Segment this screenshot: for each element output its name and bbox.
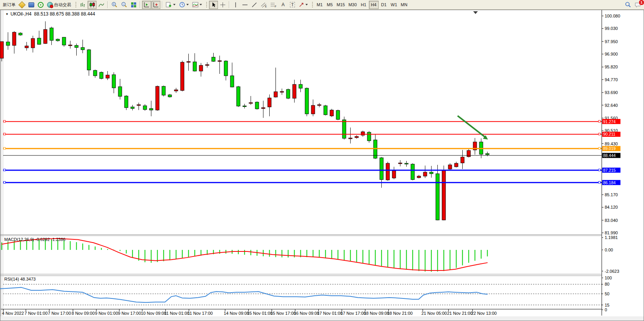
timeframe-h1-button[interactable]: H1 xyxy=(359,1,369,9)
candle-body xyxy=(156,86,159,110)
price-tick-label: 93.690 xyxy=(605,90,618,95)
candle-body xyxy=(249,103,253,103)
market-watch-icon xyxy=(28,2,34,7)
level-anchor-square[interactable] xyxy=(4,120,5,122)
channel-tool-button[interactable]: E xyxy=(259,1,268,9)
timeframe-m30-button[interactable]: M30 xyxy=(347,1,358,9)
candle-body xyxy=(380,158,383,180)
text-label-tool-button[interactable]: T xyxy=(288,1,297,9)
candlestick-icon xyxy=(89,2,95,8)
arrows-tool-button[interactable] xyxy=(297,1,309,9)
zoom-in-button[interactable] xyxy=(110,1,119,9)
search-button[interactable] xyxy=(623,1,633,9)
tile-windows-button[interactable] xyxy=(129,1,138,9)
timeframe-mn-button[interactable]: MN xyxy=(399,1,409,9)
candle-body xyxy=(218,61,221,61)
navigator-button[interactable] xyxy=(36,1,45,9)
candle-body xyxy=(486,154,489,155)
time-axis-label: 14 Nov 09:00 xyxy=(224,311,249,316)
candle-body xyxy=(336,110,340,119)
candle-body xyxy=(0,42,4,58)
bottom-strip xyxy=(0,316,644,321)
candle-body xyxy=(37,38,41,44)
collapse-triangle-icon[interactable]: ▼ xyxy=(5,12,9,16)
profiles-button[interactable] xyxy=(18,1,26,9)
candle-body xyxy=(205,65,209,65)
indicators-button[interactable] xyxy=(191,1,204,9)
navigator-icon xyxy=(38,2,44,8)
chart-shift-button[interactable] xyxy=(151,1,160,9)
new-order-button[interactable]: 新订单 xyxy=(1,1,17,9)
candle-body xyxy=(436,174,439,220)
new-chart-button[interactable] xyxy=(164,1,177,9)
candle-body xyxy=(6,42,10,45)
vertical-line-tool-button[interactable] xyxy=(231,1,240,9)
toolbar-separator xyxy=(140,1,140,8)
candle-body xyxy=(261,108,265,108)
level-anchor-square[interactable] xyxy=(598,120,600,122)
timeframe-h4-button[interactable]: H4 xyxy=(369,1,379,9)
timeframe-m5-button[interactable]: M5 xyxy=(325,1,335,9)
level-anchor-square[interactable] xyxy=(598,181,600,183)
macd-tick-label: 1.1981 xyxy=(605,235,618,240)
auto-scroll-button[interactable] xyxy=(142,1,151,9)
price-axis-chip-label: 86.184 xyxy=(603,180,616,185)
chevron-down-icon xyxy=(200,4,202,5)
candle-body xyxy=(305,88,309,114)
candle-body xyxy=(118,87,122,96)
trendline-tool-button[interactable] xyxy=(250,1,259,9)
level-anchor-square[interactable] xyxy=(598,169,600,171)
candle-body xyxy=(75,45,78,47)
timeframe-m15-button[interactable]: M15 xyxy=(335,1,346,9)
timeframe-m1-button[interactable]: M1 xyxy=(315,1,325,9)
chart-window: 100.08099.03097.95096.90095.82094.77093.… xyxy=(0,10,644,321)
candlestick-mode-button[interactable] xyxy=(88,1,97,9)
rsi-indicator-label: RSI(14) 48.3473 xyxy=(4,277,36,281)
level-anchor-square[interactable] xyxy=(4,169,5,171)
candle-body xyxy=(62,37,66,45)
candle-body xyxy=(318,105,321,105)
cursor-tool-button[interactable] xyxy=(209,1,218,9)
toolbar-separator xyxy=(229,1,230,8)
chevron-down-icon xyxy=(305,4,308,5)
time-axis-label: 16 Nov 09:00 xyxy=(294,311,319,316)
candle-body xyxy=(181,62,184,91)
market-watch-button[interactable] xyxy=(27,1,36,9)
candle-body xyxy=(417,176,421,178)
text-tool-icon: A xyxy=(281,2,284,7)
notifications-button[interactable]: 1 xyxy=(633,1,643,9)
rsi-tick-label: 80 xyxy=(605,282,609,286)
chevron-down-icon xyxy=(186,4,189,5)
rsi-tick-label: 0 xyxy=(605,307,607,312)
candle-body xyxy=(454,163,458,167)
level-anchor-square[interactable] xyxy=(4,181,5,183)
zoom-out-button[interactable] xyxy=(119,1,129,9)
candle-body xyxy=(405,163,408,164)
time-axis-label: 11 Nov 17:00 xyxy=(188,311,213,316)
periods-button[interactable] xyxy=(177,1,190,9)
bar-chart-mode-button[interactable] xyxy=(78,1,87,9)
crosshair-tool-button[interactable] xyxy=(218,1,227,9)
price-tick-label: 99.030 xyxy=(605,26,618,31)
line-chart-mode-button[interactable] xyxy=(97,1,106,9)
chart-canvas[interactable]: 100.08099.03097.95096.90095.82094.77093.… xyxy=(0,10,644,321)
vertical-line-icon xyxy=(233,2,238,8)
level-anchor-square[interactable] xyxy=(598,133,600,135)
level-anchor-square[interactable] xyxy=(598,147,600,149)
level-anchor-square[interactable] xyxy=(4,133,5,135)
time-axis-label: 21 Nov 05:00 xyxy=(421,311,447,316)
price-axis-chip-label: 88.444 xyxy=(603,153,616,158)
level-anchor-square[interactable] xyxy=(4,147,5,149)
candle-body xyxy=(131,107,134,108)
horizontal-line-tool-button[interactable] xyxy=(240,1,249,9)
fibonacci-tool-button[interactable]: F xyxy=(269,1,278,9)
text-tool-button[interactable]: A xyxy=(279,1,288,9)
zoom-in-icon xyxy=(111,2,118,8)
price-tick-label: 81.990 xyxy=(605,230,618,235)
toolbar-grip xyxy=(311,1,313,8)
autotrading-button[interactable]: 自动交易 xyxy=(46,1,73,9)
timeframe-d1-button[interactable]: D1 xyxy=(379,1,389,9)
autotrading-icon xyxy=(47,2,53,8)
timeframe-w1-button[interactable]: W1 xyxy=(389,1,399,9)
rsi-tick-label: 50 xyxy=(605,291,609,296)
